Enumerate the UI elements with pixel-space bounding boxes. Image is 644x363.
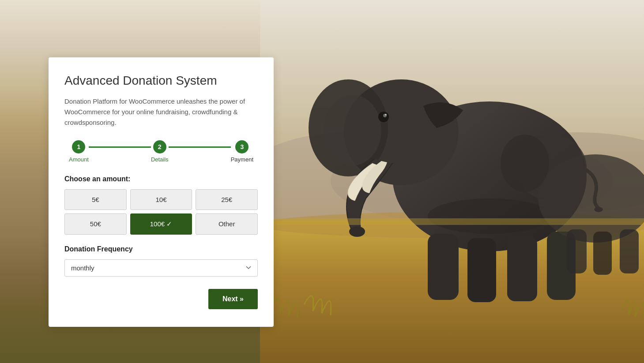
svg-rect-16 (507, 236, 537, 301)
stepper-line-2 (169, 146, 231, 148)
step-3-circle: 3 (235, 140, 249, 153)
svg-rect-26 (260, 218, 644, 225)
amount-label: Choose an amount: (64, 175, 258, 183)
svg-point-18 (428, 198, 551, 234)
card-description: Donation Platform for WooCommerce unleas… (64, 96, 258, 128)
svg-rect-15 (467, 238, 496, 302)
svg-point-10 (349, 226, 365, 237)
amount-section: Choose an amount: 5€ 10€ 25€ 50€ 100€ ✓ … (64, 175, 258, 235)
svg-point-22 (501, 135, 549, 192)
svg-rect-24 (593, 232, 612, 275)
svg-point-13 (385, 114, 387, 116)
amount-btn-25[interactable]: 25€ (196, 189, 258, 210)
svg-rect-14 (428, 234, 459, 300)
step-1-label: Amount (69, 156, 89, 163)
frequency-label: Donation Frequency (64, 245, 258, 253)
svg-point-9 (324, 95, 381, 165)
step-3-label: Payment (231, 156, 253, 163)
frequency-select[interactable]: monthly once annually (64, 259, 258, 277)
card-title: Advanced Donation System (64, 73, 258, 88)
step-2: 2 Details (151, 140, 169, 163)
stepper: 1 Amount 2 Details 3 Payment (64, 140, 258, 163)
next-button[interactable]: Next » (208, 289, 258, 309)
step-1-circle: 1 (72, 140, 85, 153)
amount-btn-5[interactable]: 5€ (64, 189, 127, 210)
svg-rect-23 (567, 229, 587, 273)
amount-btn-50[interactable]: 50€ (64, 213, 127, 235)
amount-grid: 5€ 10€ 25€ 50€ 100€ ✓ Other (64, 189, 258, 235)
step-3: 3 Payment (231, 140, 253, 163)
svg-point-11 (378, 112, 389, 122)
elephant-image (260, 0, 644, 363)
amount-btn-100[interactable]: 100€ ✓ (130, 213, 192, 235)
svg-rect-25 (620, 229, 639, 273)
amount-btn-10[interactable]: 10€ (130, 189, 192, 210)
stepper-line-1 (89, 146, 151, 148)
step-1: 1 Amount (69, 140, 89, 163)
amount-btn-other[interactable]: Other (196, 213, 258, 235)
donation-card: Advanced Donation System Donation Platfo… (49, 57, 274, 327)
frequency-section: Donation Frequency monthly once annually (64, 245, 258, 277)
step-2-label: Details (151, 156, 169, 163)
step-2-circle: 2 (153, 140, 166, 153)
